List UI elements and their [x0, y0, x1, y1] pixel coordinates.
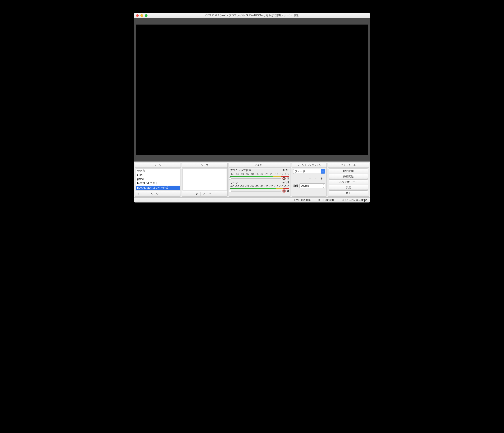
stepper-up-button[interactable]: ▲: [322, 184, 325, 186]
controls-panel: コントロール 配信開始 録画開始 スタジオモード 設定 終了: [328, 162, 369, 197]
scenes-panel: シーン 焚き火 iPad game MAYALIVEテスト MAYALIVEクロ…: [135, 162, 181, 197]
move-source-down-button[interactable]: [207, 192, 212, 196]
dock-row: シーン 焚き火 iPad game MAYALIVEテスト MAYALIVEクロ…: [134, 162, 370, 198]
add-scene-button[interactable]: ＋: [136, 192, 141, 196]
move-scene-up-button[interactable]: [149, 192, 154, 196]
gear-icon[interactable]: ⚙: [287, 189, 289, 193]
settings-button[interactable]: 設定: [329, 185, 368, 190]
add-source-button[interactable]: ＋: [183, 192, 188, 196]
sources-toolbar: ＋ － ⚙: [182, 191, 227, 196]
transition-selected-label: フェード: [293, 170, 321, 173]
transition-select[interactable]: フェード: [293, 169, 325, 174]
status-live: LIVE: 00:00:00: [294, 198, 311, 202]
obs-window: OBS 21.0.3 (mac) - プロファイル: SHOWROOM-せせらぎ…: [134, 13, 370, 202]
remove-transition-button[interactable]: －: [313, 176, 318, 181]
window-minimize-button[interactable]: [140, 14, 143, 17]
remove-source-button[interactable]: －: [189, 192, 193, 196]
scene-item[interactable]: 焚き火: [136, 169, 180, 173]
chevron-down-icon: [209, 193, 211, 195]
sources-panel: ソース ＋ － ⚙: [182, 162, 228, 197]
chevron-up-icon: [150, 193, 153, 195]
status-rec: REC: 00:00:00: [318, 198, 335, 202]
audio-meter: [230, 176, 289, 177]
chevron-up-icon: [203, 193, 206, 195]
scene-item[interactable]: MAYALIVEテスト: [136, 181, 180, 186]
controls-header: コントロール: [328, 163, 369, 168]
scene-item[interactable]: game: [136, 177, 180, 181]
sources-list[interactable]: [182, 168, 227, 190]
toolbar-divider: [200, 192, 200, 196]
volume-slider[interactable]: [230, 191, 281, 191]
remove-scene-button[interactable]: －: [142, 192, 146, 196]
sources-header: ソース: [182, 163, 227, 168]
mixer-panel: ミキサー デスクトップ音声 -inf dB -60-55-50-45-40-35…: [229, 162, 291, 197]
transitions-header: シーントランジション: [292, 163, 326, 168]
mixer-channel-desktop: デスクトップ音声 -inf dB -60-55-50-45-40-35-30-2…: [230, 169, 289, 180]
channel-name: デスクトップ音声: [230, 169, 251, 172]
window-close-button[interactable]: [136, 14, 139, 17]
preview-canvas[interactable]: [136, 25, 368, 155]
duration-input[interactable]: 300ms ▲ ▼: [299, 183, 325, 188]
channel-level: -inf dB: [282, 181, 289, 185]
audio-meter: [230, 188, 289, 189]
plus-icon: ＋: [184, 192, 187, 196]
status-cpu: CPU: 2.3%, 30.00 fps: [342, 198, 367, 202]
gear-icon[interactable]: ⚙: [287, 177, 289, 180]
gear-icon: ⚙: [196, 192, 198, 196]
move-scene-down-button[interactable]: [155, 192, 160, 196]
mixer-header: ミキサー: [229, 163, 291, 168]
slider-thumb[interactable]: [229, 177, 231, 180]
window-title: OBS 21.0.3 (mac) - プロファイル: SHOWROOM-せせらぎ…: [134, 14, 370, 17]
slider-thumb[interactable]: [229, 190, 231, 192]
toolbar-divider: [148, 192, 148, 196]
exit-button[interactable]: 終了: [329, 190, 368, 195]
stepper-down-button[interactable]: ▼: [322, 186, 325, 188]
mixer-channel-mic: マイク -inf dB -60-55-50-45-40-35-30-25-20-…: [230, 181, 289, 193]
start-recording-button[interactable]: 録画開始: [329, 174, 368, 179]
mute-icon[interactable]: 🔇: [282, 189, 286, 193]
scenes-list[interactable]: 焚き火 iPad game MAYALIVEテスト MAYALIVEクロマキー合…: [136, 168, 180, 190]
scenes-header: シーン: [135, 163, 180, 168]
titlebar: OBS 21.0.3 (mac) - プロファイル: SHOWROOM-せせらぎ…: [134, 13, 370, 18]
minus-icon: －: [315, 177, 317, 180]
source-properties-button[interactable]: ⚙: [194, 192, 199, 196]
studio-mode-button[interactable]: スタジオモード: [329, 180, 368, 184]
transition-properties-button[interactable]: ⚙: [319, 176, 324, 181]
volume-slider[interactable]: [230, 178, 281, 179]
scenes-toolbar: ＋ －: [135, 191, 180, 196]
scene-item[interactable]: MAYALIVEクロマキー合成: [136, 186, 180, 190]
add-transition-button[interactable]: ＋: [308, 176, 313, 181]
move-source-up-button[interactable]: [202, 192, 207, 196]
channel-level: -inf dB: [282, 169, 289, 172]
window-maximize-button[interactable]: [145, 14, 147, 17]
preview-area: [134, 18, 370, 162]
plus-icon: ＋: [309, 177, 311, 180]
gear-icon: ⚙: [320, 177, 323, 180]
select-stepper-icon[interactable]: [321, 169, 325, 173]
minus-icon: －: [143, 192, 145, 196]
start-streaming-button[interactable]: 配信開始: [329, 169, 368, 173]
plus-icon: ＋: [137, 192, 140, 196]
transitions-panel: シーントランジション フェード ＋ － ⚙ 期間 300ms ▲: [292, 162, 327, 197]
meter-ticks: -60-55-50-45-40-35-30-25-20-15-10-50: [230, 185, 289, 188]
duration-label: 期間: [293, 184, 298, 188]
status-bar: LIVE: 00:00:00 REC: 00:00:00 CPU: 2.3%, …: [134, 198, 370, 202]
chevron-down-icon: [156, 193, 159, 195]
channel-name: マイク: [230, 181, 238, 185]
scene-item[interactable]: iPad: [136, 173, 180, 177]
mute-icon[interactable]: 🔇: [282, 177, 286, 180]
duration-value: 300ms: [299, 184, 322, 187]
minus-icon: －: [189, 192, 192, 196]
meter-ticks: -60-55-50-45-40-35-30-25-20-15-10-50: [230, 172, 289, 176]
